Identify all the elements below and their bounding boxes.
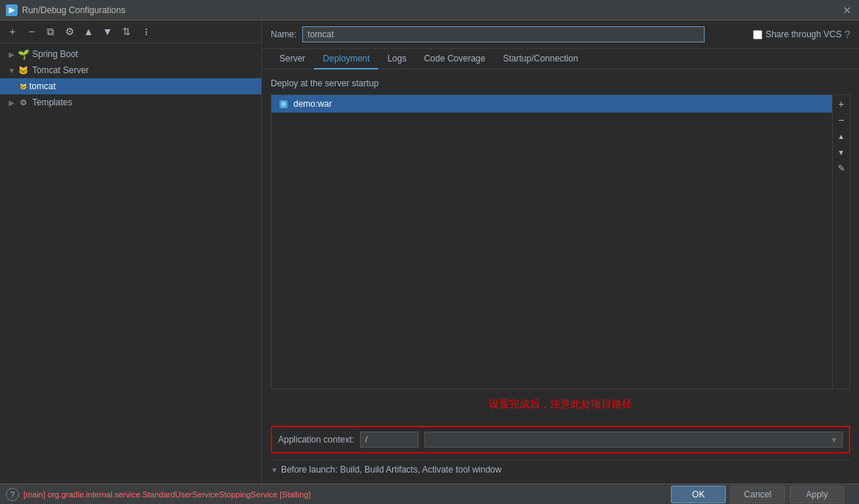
deploy-list-sidebar: + − ▲ ▼ ✎: [833, 94, 850, 389]
tab-server[interactable]: Server: [271, 49, 314, 69]
share-vcs-row: Share through VCS ?: [753, 29, 850, 40]
tab-startup-connection[interactable]: Startup/Connection: [494, 49, 587, 69]
title-bar: ▶ Run/Debug Configurations ✕: [0, 0, 859, 20]
sidebar-label-templates: Templates: [32, 97, 72, 108]
deploy-label: Deploy at the server startup: [271, 78, 850, 89]
tree-arrow-spring-boot: ▶: [6, 48, 18, 60]
before-launch-row: ▼ Before launch: Build, Build Artifacts,…: [271, 459, 850, 475]
sidebar-label-spring-boot: Spring Boot: [32, 49, 78, 59]
tab-code-coverage[interactable]: Code Coverage: [415, 49, 494, 69]
before-launch-label: Before launch: Build, Build Artifacts, A…: [281, 464, 502, 475]
close-button[interactable]: ✕: [841, 4, 853, 16]
sidebar-item-spring-boot[interactable]: ▶ 🌱 Spring Boot: [0, 46, 261, 62]
deploy-item-demo-war[interactable]: ⚙ demo:war: [271, 95, 832, 113]
add-config-button[interactable]: +: [4, 23, 20, 40]
tab-logs[interactable]: Logs: [378, 49, 415, 69]
title-bar-text: Run/Debug Configurations: [22, 5, 841, 15]
down-config-button[interactable]: ▼: [100, 23, 116, 40]
status-text: [main] org.gradle.internal.service.Stand…: [23, 490, 658, 499]
sidebar-item-templates[interactable]: ▶ ⚙ Templates: [0, 94, 261, 110]
app-context-value: [430, 435, 432, 445]
ok-button[interactable]: OK: [671, 486, 726, 503]
right-content: Name: Share through VCS ? Server Deploym…: [262, 20, 859, 484]
filter-config-button[interactable]: ⫶: [138, 23, 154, 40]
name-input[interactable]: [302, 26, 705, 42]
sidebar: + − ⧉ ⚙ ▲ ▼ ⇅ ⫶ ▶ 🌱 Spring Boot ▼ 🐱 Tomc…: [0, 20, 262, 484]
app-context-label: Application context:: [278, 435, 354, 445]
app-context-input[interactable]: [360, 432, 419, 448]
cancel-button[interactable]: Cancel: [730, 486, 785, 503]
spring-boot-icon: 🌱: [18, 48, 29, 60]
sidebar-toolbar: + − ⧉ ⚙ ▲ ▼ ⇅ ⫶: [0, 20, 261, 43]
share-vcs-label: Share through VCS: [765, 29, 841, 40]
app-context-dropdown[interactable]: ▼: [424, 432, 843, 448]
remove-config-button[interactable]: −: [23, 23, 40, 40]
name-label: Name:: [271, 29, 296, 40]
sidebar-tree: ▶ 🌱 Spring Boot ▼ 🐱 Tomcat Server 🐱 tomc…: [0, 43, 261, 484]
application-context-row: Application context: ▼: [271, 426, 850, 454]
sidebar-label-tomcat: tomcat: [29, 81, 56, 91]
tab-deployment[interactable]: Deployment: [314, 49, 378, 69]
tree-arrow-tomcat-server: ▼: [6, 64, 18, 76]
templates-icon: ⚙: [18, 97, 29, 108]
bottom-bar: ? [main] org.gradle.internal.service.Sta…: [0, 484, 859, 504]
before-launch-header[interactable]: ▼ Before launch: Build, Build Artifacts,…: [271, 464, 850, 475]
dialog-buttons: OK Cancel Apply: [662, 486, 853, 503]
up-config-button[interactable]: ▲: [80, 23, 97, 40]
tabs-bar: Server Deployment Logs Code Coverage Sta…: [262, 49, 859, 69]
deploy-list-area: ⚙ demo:war + − ▲ ▼ ✎: [271, 94, 850, 389]
war-icon: ⚙: [277, 98, 289, 110]
settings-config-button[interactable]: ⚙: [61, 23, 78, 40]
sidebar-label-tomcat-server: Tomcat Server: [32, 65, 89, 75]
sidebar-item-tomcat[interactable]: 🐱 tomcat: [0, 78, 261, 94]
panel-content: Deploy at the server startup ⚙ demo:war …: [262, 69, 859, 484]
help-button[interactable]: ?: [6, 488, 19, 501]
tree-arrow-tomcat: 🐱: [18, 80, 29, 92]
deploy-add-button[interactable]: +: [834, 97, 849, 111]
deploy-remove-button[interactable]: −: [834, 113, 849, 127]
deploy-list: ⚙ demo:war: [271, 94, 833, 389]
tree-arrow-templates: ▶: [6, 97, 18, 108]
deploy-down-button[interactable]: ▼: [834, 145, 849, 159]
share-vcs-help-icon[interactable]: ?: [844, 29, 850, 40]
sidebar-item-tomcat-server[interactable]: ▼ 🐱 Tomcat Server: [0, 62, 261, 78]
deploy-edit-button[interactable]: ✎: [834, 161, 849, 176]
dropdown-arrow-icon: ▼: [830, 436, 838, 444]
deploy-item-label: demo:war: [293, 99, 332, 109]
apply-button[interactable]: Apply: [789, 486, 844, 503]
deploy-up-button[interactable]: ▲: [834, 129, 849, 143]
main-layout: + − ⧉ ⚙ ▲ ▼ ⇅ ⫶ ▶ 🌱 Spring Boot ▼ 🐱 Tomc…: [0, 20, 859, 484]
collapse-arrow-icon: ▼: [271, 466, 278, 474]
name-row: Name: Share through VCS ?: [262, 20, 859, 49]
note-text: 设置完成后，注意此处项目路径: [271, 395, 850, 414]
app-icon: ▶: [6, 4, 18, 16]
share-vcs-checkbox[interactable]: [753, 30, 762, 40]
tomcat-server-icon: 🐱: [18, 64, 29, 76]
copy-config-button[interactable]: ⧉: [42, 23, 59, 40]
sort-config-button[interactable]: ⇅: [119, 23, 135, 40]
